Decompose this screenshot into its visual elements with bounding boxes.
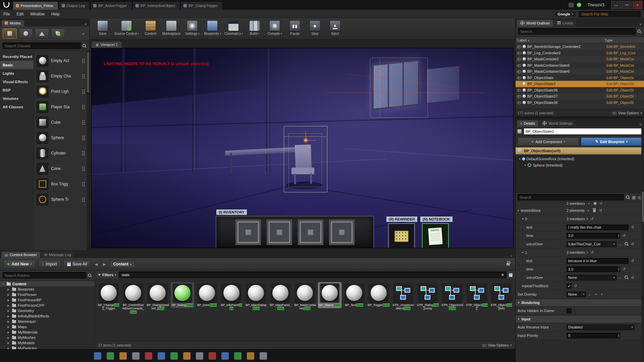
asset-str-objectstate[interactable]: STR_ObjectState bbox=[465, 282, 489, 312]
asset-bp-maskcontainerstate[interactable]: BP_MaskContainerState bbox=[293, 282, 317, 312]
eject-button[interactable]: ▲Eject bbox=[325, 20, 345, 36]
place-item-point-ligh[interactable]: Point Ligh bbox=[37, 84, 89, 99]
save-button[interactable]: Save bbox=[93, 20, 112, 36]
reset-icon[interactable]: ↺ bbox=[599, 202, 603, 205]
folder-myparticles[interactable]: ▶MyParticles bbox=[0, 346, 95, 349]
section-input[interactable]: ▾Input bbox=[516, 315, 644, 323]
number-field[interactable]: ▴▾ bbox=[567, 233, 620, 239]
expander-icon[interactable]: ▾ bbox=[522, 251, 524, 254]
eye-icon[interactable] bbox=[517, 51, 521, 55]
place-item-cone[interactable]: Cone bbox=[37, 161, 89, 176]
taskbar-icon[interactable] bbox=[260, 352, 267, 360]
category-lights[interactable]: Lights bbox=[0, 69, 34, 77]
component-sphere-inherited-[interactable]: ▾Sphere (Inherited) bbox=[516, 162, 644, 168]
asset-bp-mainpanel-state[interactable]: BP_MainPanel_State bbox=[269, 282, 292, 312]
view-options-button[interactable]: View Options▾ bbox=[482, 343, 512, 347]
expand-arrow-icon[interactable]: ▶ bbox=[7, 293, 10, 296]
asset-bp-doorstate[interactable]: BP_DoorState bbox=[195, 282, 219, 308]
asset-bp-dialogstate[interactable]: BP_DialogState bbox=[171, 282, 194, 308]
folder-firstperson[interactable]: ▶FirstPerson bbox=[0, 292, 95, 297]
inventory-slot[interactable] bbox=[298, 220, 323, 245]
reset-icon[interactable]: ↺ bbox=[590, 217, 594, 221]
place-item-empty-act[interactable]: Empty Act bbox=[37, 53, 89, 68]
details-search-input[interactable] bbox=[518, 194, 624, 200]
doc-tab-output-log[interactable]: Output Log bbox=[59, 1, 90, 10]
lock-icon[interactable] bbox=[506, 263, 510, 265]
eye-icon[interactable] bbox=[517, 88, 521, 92]
asset-bp-dialogstandard-state[interactable]: BP_DialogStandard_State bbox=[146, 282, 169, 312]
inventory-slot[interactable] bbox=[329, 220, 355, 245]
outliner-row[interactable]: BP_MaskContainerState5Edit BP_MaskCor bbox=[516, 62, 644, 69]
taskbar-icon[interactable] bbox=[107, 352, 114, 360]
folder-firstpersonbp[interactable]: ▶FirstPersonBP bbox=[0, 297, 95, 303]
spinner-arrows-icon[interactable]: ▴▾ bbox=[618, 233, 620, 239]
property-matrix-icon[interactable]: ▦ bbox=[632, 195, 636, 200]
number-field[interactable]: ▴▾ bbox=[567, 266, 620, 272]
taskbar-icon[interactable] bbox=[234, 352, 241, 360]
outliner-row[interactable]: BP_ObjectStateEdit BP_ObjectSt bbox=[516, 75, 644, 81]
trash-icon[interactable] bbox=[593, 202, 597, 205]
reset-icon[interactable]: ↺ bbox=[622, 234, 626, 238]
taskbar-icon[interactable] bbox=[132, 352, 140, 360]
checkbox[interactable] bbox=[567, 308, 572, 313]
taskbar-icon[interactable] bbox=[94, 352, 101, 360]
actor-type-link[interactable]: Edit BP_ObjectSt bbox=[606, 94, 643, 98]
tab-content-browser[interactable]: ▤Content Browser bbox=[1, 252, 40, 258]
expand-arrow-icon[interactable]: ▶ bbox=[7, 315, 10, 318]
actor-type-link[interactable]: Edit BP_ObjectSt bbox=[606, 101, 643, 105]
expand-arrow-icon[interactable]: ▼ bbox=[2, 283, 5, 286]
place-item-player-sta[interactable]: Player Sta bbox=[37, 99, 89, 115]
eye-icon[interactable] bbox=[517, 57, 521, 61]
number-input[interactable] bbox=[567, 233, 618, 239]
actor-type-link[interactable]: Edit BP_MaskCor bbox=[606, 63, 643, 67]
more-modes-icon[interactable]: » bbox=[80, 31, 87, 36]
expand-arrow-icon[interactable]: ▶ bbox=[7, 336, 10, 339]
actor-type-link[interactable]: Edit BP_ItemInfoS bbox=[606, 45, 643, 49]
save-search-icon[interactable] bbox=[509, 273, 513, 277]
asset-search-input[interactable] bbox=[121, 273, 499, 277]
actor-type-link[interactable]: Edit BP_ObjectSt bbox=[606, 82, 643, 86]
add-component-button[interactable]: +Add Component▾ bbox=[518, 137, 579, 146]
plus-icon[interactable]: + bbox=[586, 208, 591, 213]
reset-icon[interactable]: ↺ bbox=[630, 242, 635, 246]
place-item-empty-cha[interactable]: Empty Cha bbox=[37, 68, 89, 84]
tab-options-icon[interactable]: ▾ bbox=[83, 22, 88, 26]
expand-arrow-icon[interactable]: ▶ bbox=[7, 309, 10, 312]
expand-arrow-icon[interactable]: ▶ bbox=[7, 342, 10, 345]
outliner-row[interactable]: BP_ObjectState36Edit BP_ObjectSt bbox=[516, 87, 644, 94]
place-item-sphere[interactable]: Sphere bbox=[37, 130, 89, 145]
back-button[interactable]: ◀ bbox=[93, 261, 99, 267]
content-button[interactable]: Content bbox=[141, 20, 160, 36]
component-defaultsceneroot-inherited-[interactable]: ▾DefaultSceneRoot (Inherited) bbox=[516, 156, 644, 162]
asset-bp-maindialogstate[interactable]: BP_MainDialogState bbox=[244, 282, 268, 312]
foliage-mode-button[interactable] bbox=[51, 28, 65, 39]
drag-handle-icon[interactable] bbox=[82, 182, 85, 187]
place-mode-button[interactable] bbox=[3, 28, 17, 39]
search-classes-input[interactable] bbox=[3, 43, 81, 49]
place-item-box-trigg[interactable]: Box Trigg bbox=[37, 176, 89, 192]
drag-handle-icon[interactable] bbox=[82, 120, 85, 125]
clear-search-icon[interactable]: ✕ bbox=[501, 273, 504, 277]
search-folders-input[interactable] bbox=[3, 272, 86, 279]
doc-tab-bp-interactiveobject[interactable]: BP_InteractiveObject bbox=[132, 1, 180, 10]
help-search-input[interactable]: Search For Help bbox=[579, 11, 641, 17]
paint-mode-button[interactable] bbox=[19, 28, 33, 39]
eye-icon[interactable] bbox=[517, 70, 521, 73]
folder-mymodels[interactable]: ▶MyModels bbox=[0, 340, 95, 346]
folder-geometry[interactable]: ▶Geometry bbox=[0, 308, 95, 313]
blueprints-button[interactable]: Blueprints▾ bbox=[203, 20, 222, 36]
asset-bp-textstate[interactable]: BP_TextState bbox=[342, 282, 366, 308]
place-item-sphere-tr[interactable]: Sphere Tr bbox=[37, 192, 89, 207]
outliner-row[interactable]: BP_ItemInfoStorage_Controller2Edit BP_It… bbox=[516, 44, 644, 50]
folder-mannequin[interactable]: ▶Mannequin bbox=[0, 319, 95, 324]
reset-icon[interactable]: ↺ bbox=[630, 276, 635, 280]
reset-icon[interactable]: ↺ bbox=[630, 259, 635, 263]
stop-button[interactable]: ■Stop bbox=[305, 20, 325, 36]
eye-icon[interactable] bbox=[517, 82, 521, 85]
drag-handle-icon[interactable] bbox=[82, 58, 85, 63]
taskbar-icon[interactable] bbox=[221, 352, 229, 360]
outliner-search-input[interactable] bbox=[518, 28, 636, 35]
column-type[interactable]: Type bbox=[604, 38, 642, 42]
doc-tab-bp-dialogtrigger[interactable]: BP_DialogTrigger bbox=[180, 1, 222, 10]
taskbar-icon[interactable] bbox=[196, 352, 203, 360]
